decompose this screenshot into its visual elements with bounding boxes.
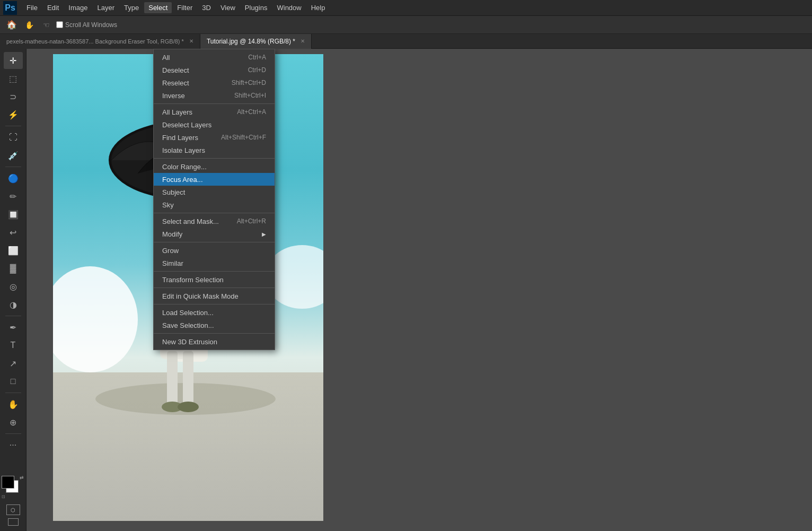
eraser-btn[interactable]: ⬜ bbox=[4, 242, 23, 259]
menu-layer[interactable]: Layer bbox=[93, 2, 119, 13]
menu-item-deselect-layers[interactable]: Deselect Layers bbox=[154, 118, 275, 131]
shape-btn[interactable]: □ bbox=[4, 373, 23, 390]
menu-plugins[interactable]: Plugins bbox=[241, 2, 272, 13]
crop-tool-btn[interactable]: ⛶ bbox=[4, 129, 23, 146]
path-selection-btn[interactable]: ↗ bbox=[4, 355, 23, 372]
menu-item-similar[interactable]: Similar bbox=[154, 257, 275, 269]
menu-item-color-range[interactable]: Color Range... bbox=[154, 160, 275, 173]
dodge-btn[interactable]: ◑ bbox=[4, 296, 23, 313]
menu-item-transform-selection[interactable]: Transform Selection bbox=[154, 273, 275, 286]
menu-item-inverse-label: Inverse bbox=[162, 92, 185, 100]
svg-rect-6 bbox=[167, 351, 178, 404]
swap-colors-icon[interactable]: ⇄ bbox=[20, 475, 24, 480]
magic-wand-btn[interactable]: ⚡ bbox=[4, 106, 23, 123]
tab-pexels-label: pexels-matheus-natan-3683587... Backgrou… bbox=[6, 38, 184, 45]
home-button[interactable]: 🏠 bbox=[4, 18, 19, 32]
menu-help[interactable]: Help bbox=[307, 2, 330, 13]
menu-item-color-range-label: Color Range... bbox=[162, 163, 207, 171]
menu-filter[interactable]: Filter bbox=[173, 2, 197, 13]
selection-tool-btn[interactable]: ⬚ bbox=[4, 70, 23, 87]
screen-mode-group bbox=[8, 518, 19, 526]
reset-colors-icon[interactable]: ⊡ bbox=[2, 494, 5, 499]
screen-mode-btn[interactable] bbox=[8, 518, 19, 526]
hand-btn[interactable]: ✋ bbox=[4, 396, 23, 413]
menu-shortcut-all: Ctrl+A bbox=[248, 54, 266, 61]
menu-item-select-and-mask-label: Select and Mask... bbox=[162, 217, 219, 225]
blur-btn[interactable]: ◎ bbox=[4, 278, 23, 295]
svg-rect-7 bbox=[183, 351, 193, 404]
hand-options-icon[interactable]: ✋ bbox=[23, 19, 35, 31]
menu-section-9: New 3D Extrusion bbox=[154, 334, 275, 350]
menu-item-grow-label: Grow bbox=[162, 247, 179, 255]
menu-item-deselect-layers-label: Deselect Layers bbox=[162, 121, 211, 129]
menu-image[interactable]: Image bbox=[64, 2, 92, 13]
menu-item-subject[interactable]: Subject bbox=[154, 186, 275, 198]
menu-shortcut-select-and-mask: Alt+Ctrl+R bbox=[237, 217, 266, 225]
tab-tutorial[interactable]: Tutorial.jpg @ 14.8% (RGB/8) * ✕ bbox=[200, 34, 312, 49]
menu-item-reselect[interactable]: Reselect Shift+Ctrl+D bbox=[154, 76, 275, 89]
tab-tutorial-close[interactable]: ✕ bbox=[301, 38, 305, 44]
menu-item-inverse[interactable]: Inverse Shift+Ctrl+I bbox=[154, 89, 275, 102]
menu-item-new-3d-extrusion[interactable]: New 3D Extrusion bbox=[154, 335, 275, 348]
menu-item-modify[interactable]: Modify ▶ bbox=[154, 228, 275, 240]
toolbar: ✛ ⬚ ⊃ ⚡ ⛶ 💉 🔵 ✏ 🔲 ↩ ⬜ ▓ ◎ ◑ ✒ T ↗ □ ✋ ⊕ … bbox=[0, 49, 27, 531]
ps-logo[interactable]: Ps bbox=[3, 1, 17, 15]
eyedropper-btn[interactable]: 💉 bbox=[4, 147, 23, 164]
scroll-all-label: Scroll All Windows bbox=[65, 21, 117, 29]
more-tools-btn[interactable]: ··· bbox=[4, 437, 23, 454]
lasso-tool-btn[interactable]: ⊃ bbox=[4, 88, 23, 105]
healing-btn[interactable]: 🔵 bbox=[4, 170, 23, 187]
divider-2 bbox=[5, 167, 21, 167]
menu-item-focus-area-label: Focus Area... bbox=[162, 176, 203, 184]
menu-item-load-selection[interactable]: Load Selection... bbox=[154, 306, 275, 319]
menu-item-find-layers[interactable]: Find Layers Alt+Shift+Ctrl+F bbox=[154, 131, 275, 144]
stamp-btn[interactable]: 🔲 bbox=[4, 206, 23, 223]
divider-5 bbox=[5, 433, 21, 434]
menu-file[interactable]: File bbox=[22, 2, 42, 13]
menu-item-modify-label: Modify bbox=[162, 230, 182, 238]
move-tool-btn[interactable]: ✛ bbox=[4, 52, 23, 69]
brush-btn[interactable]: ✏ bbox=[4, 188, 23, 205]
menu-item-all[interactable]: All Ctrl+A bbox=[154, 51, 275, 64]
pen-btn[interactable]: ✒ bbox=[4, 319, 23, 336]
menu-item-similar-label: Similar bbox=[162, 259, 183, 267]
menu-item-transform-selection-label: Transform Selection bbox=[162, 276, 224, 284]
scroll-all-option: Scroll All Windows bbox=[56, 21, 117, 29]
menu-window[interactable]: Window bbox=[272, 2, 305, 13]
select-dropdown-menu: All Ctrl+A Deselect Ctrl+D Reselect Shif… bbox=[153, 49, 275, 350]
quick-mask-btn[interactable]: ⬡ bbox=[6, 504, 20, 515]
divider-3 bbox=[5, 316, 21, 316]
menu-item-sky[interactable]: Sky bbox=[154, 198, 275, 211]
menu-section-3: Color Range... Focus Area... Subject Sky bbox=[154, 159, 275, 213]
menu-item-focus-area[interactable]: Focus Area... bbox=[154, 173, 275, 186]
menu-shortcut-deselect: Ctrl+D bbox=[248, 66, 266, 74]
menu-item-save-selection[interactable]: Save Selection... bbox=[154, 319, 275, 332]
pan-options-icon[interactable]: ☜ bbox=[40, 19, 52, 31]
scroll-all-checkbox[interactable] bbox=[56, 21, 63, 28]
menu-item-new-3d-extrusion-label: New 3D Extrusion bbox=[162, 338, 217, 346]
tab-pexels[interactable]: pexels-matheus-natan-3683587... Backgrou… bbox=[0, 34, 200, 49]
history-btn[interactable]: ↩ bbox=[4, 224, 23, 241]
menu-item-save-selection-label: Save Selection... bbox=[162, 321, 214, 329]
menu-view[interactable]: View bbox=[216, 2, 240, 13]
menu-section-4: Select and Mask... Alt+Ctrl+R Modify ▶ bbox=[154, 213, 275, 242]
menu-3d[interactable]: 3D bbox=[198, 2, 215, 13]
menu-edit[interactable]: Edit bbox=[43, 2, 63, 13]
tab-pexels-close[interactable]: ✕ bbox=[189, 38, 193, 44]
menu-item-grow[interactable]: Grow bbox=[154, 244, 275, 257]
menubar: Ps File Edit Image Layer Type Select Fil… bbox=[0, 0, 812, 16]
foreground-color-swatch[interactable] bbox=[2, 476, 14, 489]
type-btn[interactable]: T bbox=[4, 337, 23, 354]
gradient-btn[interactable]: ▓ bbox=[4, 260, 23, 277]
menu-item-select-and-mask[interactable]: Select and Mask... Alt+Ctrl+R bbox=[154, 215, 275, 228]
menu-item-quick-mask[interactable]: Edit in Quick Mask Mode bbox=[154, 290, 275, 302]
zoom-btn[interactable]: ⊕ bbox=[4, 414, 23, 431]
menu-item-deselect[interactable]: Deselect Ctrl+D bbox=[154, 64, 275, 76]
menu-item-subject-label: Subject bbox=[162, 188, 185, 196]
menu-item-isolate-layers-label: Isolate Layers bbox=[162, 146, 205, 154]
menu-item-all-layers[interactable]: All Layers Alt+Ctrl+A bbox=[154, 106, 275, 118]
menu-item-isolate-layers[interactable]: Isolate Layers bbox=[154, 144, 275, 156]
menu-type[interactable]: Type bbox=[120, 2, 143, 13]
tab-bar: pexels-matheus-natan-3683587... Backgrou… bbox=[0, 34, 812, 49]
menu-select[interactable]: Select bbox=[144, 2, 172, 13]
